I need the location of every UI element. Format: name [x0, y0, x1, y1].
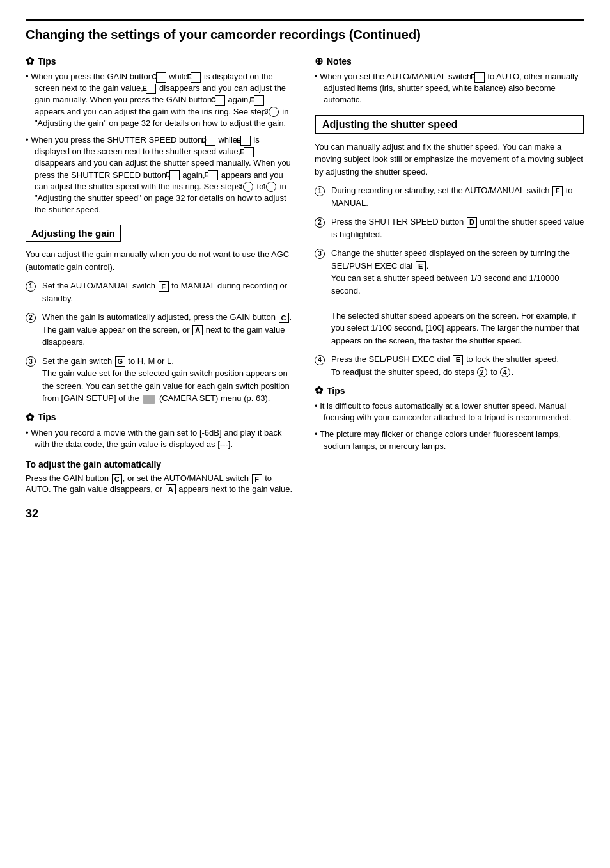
shutter-step-num-4: 4 — [315, 353, 326, 366]
circle-2-gain: 2 — [26, 313, 36, 323]
step-num-2: 2 — [26, 311, 37, 324]
circle-3-gain: 3 — [26, 356, 36, 367]
auto-gain-heading: To adjust the gain automatically — [26, 459, 295, 470]
boxed-c-1: C — [156, 72, 166, 83]
tips-item-shutter-2: The picture may flicker or change colors… — [315, 429, 584, 452]
boxed-c-3: C — [279, 313, 289, 323]
boxed-e-5: E — [244, 147, 254, 157]
step-num-1: 1 — [26, 280, 37, 292]
boxed-c-2: C — [215, 95, 225, 106]
boxed-f-s1: F — [552, 186, 563, 196]
notes-section: ⊕ Notes When you set the AUTO/MANUAL swi… — [315, 55, 584, 106]
shutter-step-num-1: 1 — [315, 184, 326, 197]
adjusting-gain-intro: You can adjust the gain manually when yo… — [26, 248, 295, 273]
boxed-f-notes: F — [474, 72, 485, 83]
tips-item-2: When you press the SHUTTER SPEED button … — [26, 134, 295, 216]
shutter-step-4-content: Press the SEL/PUSH EXEC dial E to lock t… — [331, 353, 584, 378]
tips-list-top: When you press the GAIN button C while E… — [26, 71, 295, 216]
notes-label: Notes — [327, 56, 352, 67]
tips-icon-top: ✿ — [26, 55, 34, 67]
tips-list-gain: When you record a movie with the gain se… — [26, 427, 295, 450]
circle-1-shutter: 1 — [315, 186, 325, 196]
gain-step-3: 3 Set the gain switch G to H, M or L. Th… — [26, 355, 295, 405]
step-num-3: 3 — [26, 355, 37, 368]
page-title: Changing the settings of your camcorder … — [26, 19, 584, 42]
circle-4-b: 4 — [266, 182, 276, 192]
shutter-step-4: 4 Press the SEL/PUSH EXEC dial E to lock… — [315, 353, 584, 378]
circle-4-ref: 4 — [500, 367, 510, 377]
circle-2-ref: 2 — [477, 367, 487, 377]
boxed-e-s3: E — [416, 261, 426, 271]
adjusting-gain-heading: Adjusting the gain — [26, 225, 121, 242]
tips-heading-shutter: ✿ Tips — [315, 384, 584, 397]
notes-icon: ⊕ — [315, 55, 323, 67]
tips-heading-gain: ✿ Tips — [26, 411, 295, 423]
tips-heading-top: ✿ Tips — [26, 55, 295, 67]
tips-section-top: ✿ Tips When you press the GAIN button C … — [26, 55, 295, 216]
tips-section-gain: ✿ Tips When you record a movie with the … — [26, 411, 295, 450]
auto-gain-text: Press the GAIN button C, or set the AUTO… — [26, 473, 295, 494]
shutter-step-num-2: 2 — [315, 216, 326, 228]
boxed-a-1: A — [192, 325, 203, 335]
boxed-g-1: G — [115, 356, 125, 367]
shutter-step-3-content: Change the shutter speed displayed on th… — [331, 247, 584, 347]
boxed-e-6: E — [208, 170, 218, 180]
boxed-e-2: E — [146, 84, 156, 94]
circle-3-a: 3 — [269, 107, 279, 117]
shutter-step-num-3: 3 — [315, 247, 326, 260]
shutter-step-1-content: During recording or standby, set the AUT… — [331, 184, 584, 209]
shutter-step-2: 2 Press the SHUTTER SPEED button D until… — [315, 216, 584, 241]
circle-2-shutter: 2 — [315, 217, 325, 228]
boxed-e-3: E — [254, 95, 264, 106]
tips-item-1: When you press the GAIN button C while E… — [26, 71, 295, 129]
adjusting-shutter-section: Adjusting the shutter speed You can manu… — [315, 115, 584, 452]
boxed-f-1: F — [159, 281, 169, 292]
notes-heading: ⊕ Notes — [315, 55, 584, 67]
circle-4-shutter: 4 — [315, 355, 325, 365]
circle-3-shutter: 3 — [315, 249, 325, 259]
tips-label-shutter: Tips — [327, 386, 345, 396]
gain-step-1-content: Set the AUTO/MANUAL switch F to MANUAL d… — [42, 280, 295, 304]
gain-step-2-content: When the gain is automatically adjusted,… — [42, 311, 295, 349]
boxed-e-s4: E — [453, 355, 463, 365]
boxed-d-1: D — [205, 136, 215, 146]
left-column: ✿ Tips When you press the GAIN button C … — [26, 55, 295, 521]
tips-icon-gain: ✿ — [26, 411, 34, 423]
boxed-a-auto: A — [166, 484, 176, 494]
tips-icon-shutter: ✿ — [315, 384, 323, 397]
notes-list: When you set the AUTO/MANUAL switch F to… — [315, 71, 584, 106]
shutter-step-1: 1 During recording or standby, set the A… — [315, 184, 584, 209]
tips-section-shutter: ✿ Tips It is difficult to focus automati… — [315, 384, 584, 452]
circle-3-b: 3 — [243, 182, 253, 192]
gain-step-3-content: Set the gain switch G to H, M or L. The … — [42, 355, 295, 405]
boxed-f-auto: F — [252, 474, 262, 484]
gain-steps-list: 1 Set the AUTO/MANUAL switch F to MANUAL… — [26, 280, 295, 405]
tips-item-gain-1: When you record a movie with the gain se… — [26, 427, 295, 450]
boxed-d-s2: D — [467, 217, 477, 228]
adjusting-shutter-intro: You can manually adjust and fix the shut… — [315, 141, 584, 178]
auto-gain-section: To adjust the gain automatically Press t… — [26, 459, 295, 494]
notes-item-1: When you set the AUTO/MANUAL switch F to… — [315, 71, 584, 106]
right-column: ⊕ Notes When you set the AUTO/MANUAL swi… — [315, 55, 584, 521]
tips-list-shutter: It is difficult to focus automatically a… — [315, 400, 584, 452]
adjusting-gain-section: Adjusting the gain You can adjust the ga… — [26, 225, 295, 494]
tips-item-shutter-1: It is difficult to focus automatically a… — [315, 400, 584, 423]
boxed-c-auto: C — [112, 474, 122, 484]
boxed-d-2: D — [169, 170, 180, 180]
circle-1-gain: 1 — [26, 281, 36, 292]
boxed-e-4: E — [240, 136, 251, 146]
gain-step-1: 1 Set the AUTO/MANUAL switch F to MANUAL… — [26, 280, 295, 304]
shutter-steps-list: 1 During recording or standby, set the A… — [315, 184, 584, 378]
adjusting-shutter-heading: Adjusting the shutter speed — [315, 115, 584, 134]
shutter-step-3: 3 Change the shutter speed displayed on … — [315, 247, 584, 347]
tips-label-gain: Tips — [38, 412, 56, 422]
page-number: 32 — [26, 507, 295, 521]
boxed-e-1: E — [191, 72, 201, 83]
gain-step-2: 2 When the gain is automatically adjuste… — [26, 311, 295, 349]
shutter-step-2-content: Press the SHUTTER SPEED button D until t… — [331, 216, 584, 241]
tips-label-top: Tips — [38, 56, 56, 67]
